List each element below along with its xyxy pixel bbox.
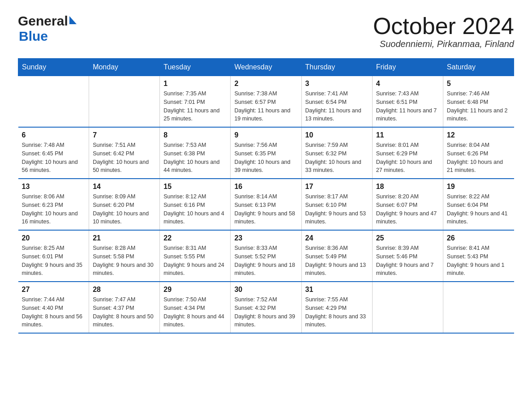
day-info: Sunrise: 8:28 AMSunset: 5:58 PMDaylight:… xyxy=(93,244,156,278)
table-row: 6Sunrise: 7:48 AMSunset: 6:45 PMDaylight… xyxy=(18,127,89,179)
header-saturday: Saturday xyxy=(443,59,514,76)
day-info: Sunrise: 8:01 AMSunset: 6:29 PMDaylight:… xyxy=(376,141,439,175)
table-row: 26Sunrise: 8:41 AMSunset: 5:43 PMDayligh… xyxy=(443,230,514,282)
table-row: 3Sunrise: 7:41 AMSunset: 6:54 PMDaylight… xyxy=(301,76,372,128)
logo: General Blue xyxy=(18,13,77,44)
day-info: Sunrise: 7:52 AMSunset: 4:32 PMDaylight:… xyxy=(234,295,297,329)
day-info: Sunrise: 8:17 AMSunset: 6:10 PMDaylight:… xyxy=(305,193,369,226)
day-info: Sunrise: 7:41 AMSunset: 6:54 PMDaylight:… xyxy=(305,90,369,123)
day-number: 15 xyxy=(163,183,227,191)
calendar-week-row: 20Sunrise: 8:25 AMSunset: 6:01 PMDayligh… xyxy=(18,230,514,282)
day-number: 12 xyxy=(447,131,511,139)
calendar-week-row: 6Sunrise: 7:48 AMSunset: 6:45 PMDaylight… xyxy=(18,127,514,179)
logo-arrow-icon xyxy=(69,16,77,24)
day-info: Sunrise: 7:44 AMSunset: 4:40 PMDaylight:… xyxy=(22,295,86,329)
table-row: 5Sunrise: 7:46 AMSunset: 6:48 PMDaylight… xyxy=(443,76,514,128)
table-row: 4Sunrise: 7:43 AMSunset: 6:51 PMDaylight… xyxy=(372,76,443,128)
day-info: Sunrise: 7:50 AMSunset: 4:34 PMDaylight:… xyxy=(163,295,227,329)
day-number: 14 xyxy=(93,183,156,191)
day-number: 21 xyxy=(93,234,156,242)
table-row: 1Sunrise: 7:35 AMSunset: 7:01 PMDaylight… xyxy=(160,76,231,128)
calendar-week-row: 1Sunrise: 7:35 AMSunset: 7:01 PMDaylight… xyxy=(18,76,514,128)
day-info: Sunrise: 7:56 AMSunset: 6:35 PMDaylight:… xyxy=(234,141,297,175)
day-info: Sunrise: 7:55 AMSunset: 4:29 PMDaylight:… xyxy=(305,295,369,329)
table-row: 27Sunrise: 7:44 AMSunset: 4:40 PMDayligh… xyxy=(18,282,89,333)
day-number: 24 xyxy=(305,234,369,242)
header-wednesday: Wednesday xyxy=(231,59,301,76)
day-number: 29 xyxy=(163,286,227,294)
table-row xyxy=(89,76,160,128)
header-thursday: Thursday xyxy=(301,59,372,76)
day-number: 13 xyxy=(22,183,86,191)
day-number: 18 xyxy=(376,183,439,191)
weekday-header-row: Sunday Monday Tuesday Wednesday Thursday… xyxy=(18,59,514,76)
day-number: 10 xyxy=(305,131,369,139)
day-info: Sunrise: 8:14 AMSunset: 6:13 PMDaylight:… xyxy=(234,193,297,226)
day-number: 5 xyxy=(447,80,511,88)
day-info: Sunrise: 7:43 AMSunset: 6:51 PMDaylight:… xyxy=(376,90,439,123)
day-info: Sunrise: 7:46 AMSunset: 6:48 PMDaylight:… xyxy=(447,90,511,123)
day-number: 28 xyxy=(93,286,156,294)
header-tuesday: Tuesday xyxy=(160,59,231,76)
table-row: 16Sunrise: 8:14 AMSunset: 6:13 PMDayligh… xyxy=(231,179,301,230)
table-row: 24Sunrise: 8:36 AMSunset: 5:49 PMDayligh… xyxy=(301,230,372,282)
day-info: Sunrise: 8:20 AMSunset: 6:07 PMDaylight:… xyxy=(376,193,439,226)
table-row: 29Sunrise: 7:50 AMSunset: 4:34 PMDayligh… xyxy=(160,282,231,333)
table-row: 8Sunrise: 7:53 AMSunset: 6:38 PMDaylight… xyxy=(160,127,231,179)
day-info: Sunrise: 8:31 AMSunset: 5:55 PMDaylight:… xyxy=(163,244,227,278)
day-number: 16 xyxy=(234,183,297,191)
day-number: 31 xyxy=(305,286,369,294)
day-number: 17 xyxy=(305,183,369,191)
table-row: 25Sunrise: 8:39 AMSunset: 5:46 PMDayligh… xyxy=(372,230,443,282)
table-row: 20Sunrise: 8:25 AMSunset: 6:01 PMDayligh… xyxy=(18,230,89,282)
day-number: 27 xyxy=(22,286,86,294)
table-row: 19Sunrise: 8:22 AMSunset: 6:04 PMDayligh… xyxy=(443,179,514,230)
logo-blue-text: Blue xyxy=(19,29,48,43)
day-info: Sunrise: 7:35 AMSunset: 7:01 PMDaylight:… xyxy=(163,90,227,123)
day-info: Sunrise: 8:22 AMSunset: 6:04 PMDaylight:… xyxy=(447,193,511,226)
day-number: 11 xyxy=(376,131,439,139)
table-row xyxy=(443,282,514,333)
day-info: Sunrise: 8:41 AMSunset: 5:43 PMDaylight:… xyxy=(447,244,511,278)
title-section: October 2024 Suodenniemi, Pirkanmaa, Fin… xyxy=(373,13,514,49)
day-number: 23 xyxy=(234,234,297,242)
location-text: Suodenniemi, Pirkanmaa, Finland xyxy=(373,39,514,49)
day-number: 22 xyxy=(163,234,227,242)
header-friday: Friday xyxy=(372,59,443,76)
table-row: 18Sunrise: 8:20 AMSunset: 6:07 PMDayligh… xyxy=(372,179,443,230)
table-row: 21Sunrise: 8:28 AMSunset: 5:58 PMDayligh… xyxy=(89,230,160,282)
header-monday: Monday xyxy=(89,59,160,76)
table-row: 13Sunrise: 8:06 AMSunset: 6:23 PMDayligh… xyxy=(18,179,89,230)
table-row: 7Sunrise: 7:51 AMSunset: 6:42 PMDaylight… xyxy=(89,127,160,179)
day-info: Sunrise: 7:48 AMSunset: 6:45 PMDaylight:… xyxy=(22,141,86,175)
day-number: 25 xyxy=(376,234,439,242)
day-number: 4 xyxy=(376,80,439,88)
table-row: 11Sunrise: 8:01 AMSunset: 6:29 PMDayligh… xyxy=(372,127,443,179)
table-row: 10Sunrise: 7:59 AMSunset: 6:32 PMDayligh… xyxy=(301,127,372,179)
table-row: 17Sunrise: 8:17 AMSunset: 6:10 PMDayligh… xyxy=(301,179,372,230)
day-number: 6 xyxy=(22,131,86,139)
day-info: Sunrise: 7:38 AMSunset: 6:57 PMDaylight:… xyxy=(234,90,297,123)
logo-general-text: General xyxy=(18,13,68,29)
table-row: 14Sunrise: 8:09 AMSunset: 6:20 PMDayligh… xyxy=(89,179,160,230)
table-row xyxy=(372,282,443,333)
table-row: 12Sunrise: 8:04 AMSunset: 6:26 PMDayligh… xyxy=(443,127,514,179)
table-row: 2Sunrise: 7:38 AMSunset: 6:57 PMDaylight… xyxy=(231,76,301,128)
table-row xyxy=(18,76,89,128)
month-year-title: October 2024 xyxy=(373,13,514,39)
day-number: 1 xyxy=(163,80,227,88)
day-info: Sunrise: 8:06 AMSunset: 6:23 PMDaylight:… xyxy=(22,193,86,226)
calendar-week-row: 27Sunrise: 7:44 AMSunset: 4:40 PMDayligh… xyxy=(18,282,514,333)
day-info: Sunrise: 7:59 AMSunset: 6:32 PMDaylight:… xyxy=(305,141,369,175)
day-info: Sunrise: 7:47 AMSunset: 4:37 PMDaylight:… xyxy=(93,295,156,329)
day-number: 19 xyxy=(447,183,511,191)
day-number: 2 xyxy=(234,80,297,88)
calendar-table: Sunday Monday Tuesday Wednesday Thursday… xyxy=(18,58,514,334)
day-number: 30 xyxy=(234,286,297,294)
header-sunday: Sunday xyxy=(18,59,89,76)
table-row: 22Sunrise: 8:31 AMSunset: 5:55 PMDayligh… xyxy=(160,230,231,282)
day-number: 8 xyxy=(163,131,227,139)
day-info: Sunrise: 8:09 AMSunset: 6:20 PMDaylight:… xyxy=(93,193,156,226)
day-number: 7 xyxy=(93,131,156,139)
day-info: Sunrise: 8:36 AMSunset: 5:49 PMDaylight:… xyxy=(305,244,369,278)
